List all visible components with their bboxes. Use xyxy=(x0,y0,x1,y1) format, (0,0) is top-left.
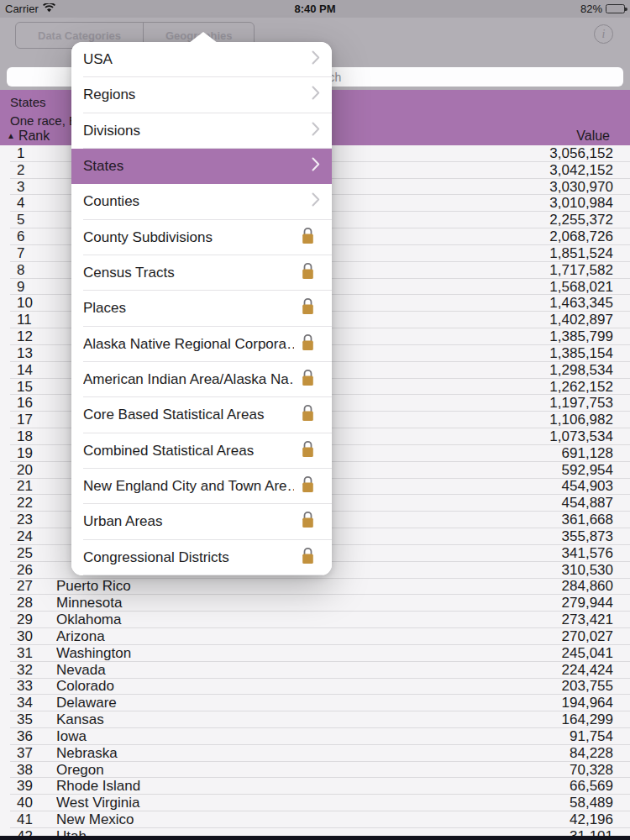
row-rank: 1 xyxy=(0,145,56,162)
geography-menu-item[interactable]: Divisions xyxy=(71,113,332,149)
clock: 8:40 PM xyxy=(106,3,524,15)
lock-icon xyxy=(301,297,315,319)
battery-icon xyxy=(606,4,625,13)
geography-menu-item[interactable]: New England City and Town Are… xyxy=(71,469,332,504)
row-rank: 3 xyxy=(0,179,56,196)
geography-menu-item[interactable]: American Indian Area/Alaska Na… xyxy=(71,362,332,397)
menu-item-label: Congressional Districts xyxy=(83,549,294,566)
menu-item-label: USA xyxy=(83,51,305,68)
table-row[interactable]: 31 Washington 245,041 xyxy=(0,645,630,662)
row-rank: 32 xyxy=(0,662,56,679)
row-value: 273,421 xyxy=(562,612,630,628)
row-value: 58,489 xyxy=(570,795,630,811)
row-rank: 16 xyxy=(0,395,56,412)
row-state-name: Nevada xyxy=(56,662,562,679)
row-value: 454,903 xyxy=(562,478,630,495)
row-state-name: Minnesota xyxy=(56,595,562,612)
row-value: 66,569 xyxy=(570,778,630,795)
rank-column-header[interactable]: ▲Rank xyxy=(7,129,50,144)
row-rank: 35 xyxy=(0,711,56,728)
row-value: 2,068,726 xyxy=(549,228,630,245)
row-value: 1,717,582 xyxy=(549,262,630,279)
chevron-right-icon xyxy=(312,50,320,69)
row-rank: 27 xyxy=(0,578,56,595)
row-value: 1,463,345 xyxy=(549,295,630,312)
row-value: 1,385,799 xyxy=(549,328,630,345)
table-row[interactable]: 37 Nebraska 84,228 xyxy=(0,745,630,762)
bottom-edge-band xyxy=(0,836,630,840)
row-rank: 13 xyxy=(0,345,56,362)
row-rank: 39 xyxy=(0,778,56,795)
table-row[interactable]: 29 Oklahoma 273,421 xyxy=(0,612,630,628)
geography-menu-item[interactable]: Counties xyxy=(71,184,332,219)
row-value: 194,964 xyxy=(562,695,630,711)
menu-item-label: Regions xyxy=(83,87,305,103)
table-row[interactable]: 36 Iowa 91,754 xyxy=(0,728,630,745)
row-rank: 34 xyxy=(0,695,56,711)
geography-menu: USA Regions xyxy=(71,42,332,575)
chevron-right-icon xyxy=(312,86,320,104)
row-state-name: Nebraska xyxy=(56,745,570,762)
row-rank: 18 xyxy=(0,428,56,445)
geography-menu-item[interactable]: Census Tracts xyxy=(71,255,332,291)
row-state-name: Arizona xyxy=(56,628,562,645)
value-column-header[interactable]: Value xyxy=(576,129,610,144)
table-row[interactable]: 39 Rhode Island 66,569 xyxy=(0,778,630,795)
geography-menu-item[interactable]: Regions xyxy=(71,77,332,113)
lock-icon xyxy=(301,547,315,569)
row-rank: 24 xyxy=(0,528,56,545)
table-row[interactable]: 32 Nevada 224,424 xyxy=(0,662,630,679)
row-state-name: Puerto Rico xyxy=(56,578,562,595)
geography-menu-item[interactable]: USA xyxy=(71,42,332,77)
row-value: 691,128 xyxy=(562,445,630,462)
table-row[interactable]: 27 Puerto Rico 284,860 xyxy=(0,579,630,596)
row-state-name: Oregon xyxy=(56,762,570,779)
geography-menu-item[interactable]: States xyxy=(71,149,332,184)
row-rank: 31 xyxy=(0,645,56,662)
table-row[interactable]: 30 Arizona 270,027 xyxy=(0,628,630,645)
chevron-right-icon xyxy=(312,122,320,140)
popover-arrow xyxy=(189,32,218,43)
row-value: 1,568,021 xyxy=(549,279,630,296)
row-value: 2,255,372 xyxy=(549,212,630,228)
table-row[interactable]: 34 Delaware 194,964 xyxy=(0,695,630,711)
row-value: 91,754 xyxy=(570,728,630,745)
geography-menu-item[interactable]: Congressional Districts xyxy=(71,540,332,575)
geography-menu-item[interactable]: County Subdivisions xyxy=(71,220,332,255)
row-value: 361,668 xyxy=(562,512,630,528)
table-row[interactable]: 38 Oregon 70,328 xyxy=(0,762,630,779)
row-rank: 20 xyxy=(0,462,56,479)
row-value: 355,873 xyxy=(562,528,630,545)
menu-item-label: Combined Statistical Areas xyxy=(83,443,294,459)
row-rank: 17 xyxy=(0,412,56,428)
row-rank: 30 xyxy=(0,628,56,645)
row-rank: 41 xyxy=(0,811,56,828)
geography-menu-item[interactable]: Alaska Native Regional Corpora… xyxy=(71,327,332,362)
geography-menu-item[interactable]: Urban Areas xyxy=(71,504,332,539)
row-rank: 25 xyxy=(0,545,56,562)
wifi-icon xyxy=(43,3,55,15)
row-rank: 2 xyxy=(0,162,56,179)
table-row[interactable]: 33 Colorado 203,755 xyxy=(0,679,630,696)
table-row[interactable]: 35 Kansas 164,299 xyxy=(0,711,630,728)
lock-icon xyxy=(301,333,315,355)
sort-ascending-icon: ▲ xyxy=(7,131,15,140)
geography-menu-item[interactable]: Places xyxy=(71,291,332,326)
info-button[interactable]: i xyxy=(594,24,613,44)
row-state-name: Kansas xyxy=(56,711,562,728)
lock-icon xyxy=(301,262,315,284)
menu-item-label: New England City and Town Are… xyxy=(83,478,294,495)
table-row[interactable]: 41 New Mexico 42,196 xyxy=(0,811,630,828)
geography-menu-item[interactable]: Combined Statistical Areas xyxy=(71,433,332,469)
row-value: 3,010,984 xyxy=(549,195,630,212)
chevron-right-icon xyxy=(312,192,320,211)
table-row[interactable]: 28 Minnesota 279,944 xyxy=(0,595,630,612)
row-rank: 7 xyxy=(0,245,56,262)
geography-menu-item[interactable]: Core Based Statistical Areas xyxy=(71,397,332,433)
row-rank: 33 xyxy=(0,678,56,695)
table-row[interactable]: 40 West Virginia 58,489 xyxy=(0,795,630,811)
row-value: 245,041 xyxy=(562,645,630,662)
geographies-popover: USA Regions xyxy=(71,42,332,575)
row-value: 164,299 xyxy=(562,711,630,728)
lock-icon xyxy=(301,404,315,426)
